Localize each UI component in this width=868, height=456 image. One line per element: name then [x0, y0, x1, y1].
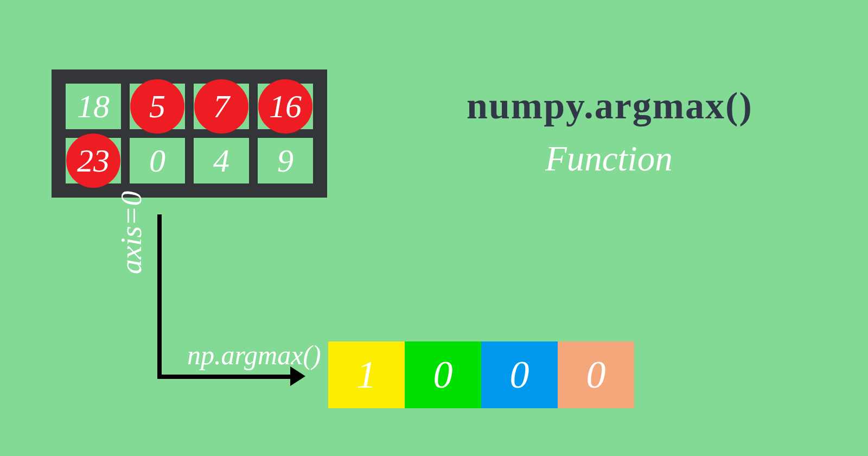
- cell-value: 23: [77, 142, 110, 180]
- grid-cell-1-0: 23: [61, 134, 125, 188]
- cell-value: 18: [77, 88, 110, 125]
- result-box-0: 1: [328, 341, 405, 408]
- cell-value: 9: [277, 142, 293, 180]
- grid-cell-0-0: 18: [61, 79, 125, 134]
- result-value: 0: [586, 352, 606, 397]
- page-title: numpy.argmax(): [467, 84, 753, 128]
- grid-cell-0-1: 5: [125, 79, 189, 134]
- result-value: 1: [357, 352, 376, 397]
- function-call-label: np.argmax(): [187, 339, 321, 371]
- page-subtitle: Function: [545, 138, 673, 179]
- grid-cell-0-3: 16: [253, 79, 317, 134]
- cell-value: 5: [149, 88, 165, 125]
- cell-value: 0: [149, 142, 165, 180]
- grid-cell-1-1: 0: [125, 134, 189, 188]
- result-box-2: 0: [481, 341, 558, 408]
- cell-value: 16: [269, 88, 302, 125]
- grid-cell-1-2: 4: [189, 134, 253, 188]
- result-box-1: 0: [405, 341, 481, 408]
- result-array: 1 0 0 0: [328, 341, 634, 408]
- axis-horizontal-line: [157, 375, 293, 379]
- grid-cell-1-3: 9: [253, 134, 317, 188]
- cell-value: 4: [213, 142, 229, 180]
- result-value: 0: [510, 352, 529, 397]
- grid-row-0: 18 5 7 16: [61, 79, 317, 134]
- result-box-3: 0: [558, 341, 634, 408]
- cell-value: 7: [213, 88, 229, 125]
- result-value: 0: [433, 352, 453, 397]
- grid-row-1: 23 0 4 9: [61, 134, 317, 188]
- axis-label: axis=0: [114, 191, 148, 274]
- axis-vertical-line: [157, 214, 162, 377]
- array-grid: 18 5 7 16 23 0 4: [52, 69, 327, 198]
- grid-cell-0-2: 7: [189, 79, 253, 134]
